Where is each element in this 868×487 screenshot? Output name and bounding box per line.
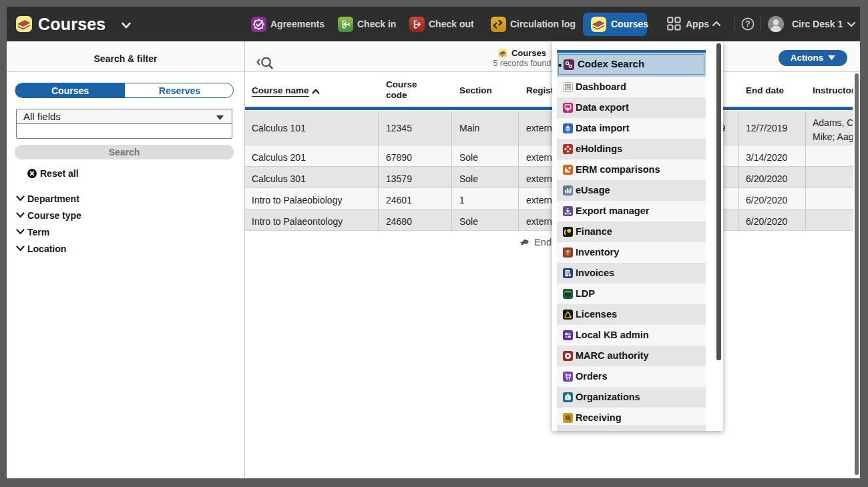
svg-text:?: ? <box>745 19 750 29</box>
